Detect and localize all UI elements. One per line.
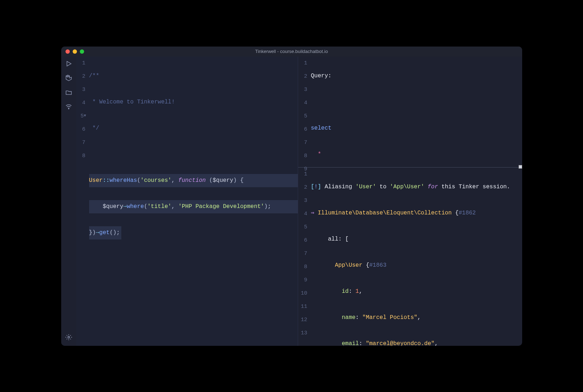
svg-marker-0	[67, 61, 71, 66]
output-code[interactable]: [!] Aliasing 'User' to 'App\User' for th…	[311, 168, 522, 346]
out-token	[311, 262, 335, 268]
out-token: #1863	[369, 262, 387, 268]
code-token: 'title'	[147, 203, 171, 210]
code-token: */	[89, 125, 99, 131]
out-token	[311, 288, 342, 295]
out-token	[311, 236, 328, 242]
out-token	[311, 340, 342, 346]
code-token: $query	[103, 203, 123, 210]
code-token: get	[99, 229, 110, 236]
code-token: $query	[213, 177, 233, 184]
out-token: App\User	[335, 262, 363, 268]
panes: 1 2 3 4 5▼ 6 7 8 /** * Welcome to Tinker…	[76, 57, 522, 346]
out-token	[363, 262, 366, 268]
gear-icon[interactable]	[65, 334, 72, 341]
out-token: Aliasing	[325, 184, 355, 190]
output-pane[interactable]: 12345678910111213 [!] Aliasing 'User' to…	[298, 168, 522, 346]
code-token: →	[123, 203, 127, 210]
svg-point-2	[68, 336, 69, 338]
code-token: where	[127, 203, 144, 210]
code-token: })	[89, 229, 96, 236]
out-token	[452, 210, 455, 216]
code-token: );	[264, 203, 271, 210]
out-token: ,	[359, 288, 363, 295]
out-token: Illuminate\Database\Eloquent\Collection	[318, 210, 452, 216]
out-token: #1862	[458, 210, 476, 216]
code-token: ) {	[233, 177, 244, 184]
out-token: 1	[355, 288, 359, 295]
out-token: {	[455, 210, 459, 216]
code-token: function	[178, 177, 206, 184]
folder-icon[interactable]	[65, 89, 72, 96]
code-token	[206, 177, 209, 184]
svg-point-1	[68, 108, 69, 109]
out-token: {	[366, 262, 369, 268]
out-token: this Tinker session.	[438, 184, 510, 190]
out-token	[424, 184, 428, 190]
code-token: whereHas	[110, 177, 137, 184]
editor-pane[interactable]: 1 2 3 4 5▼ 6 7 8 /** * Welcome to Tinker…	[76, 57, 298, 346]
code-token: * Welcome to Tinkerwell!	[89, 99, 175, 105]
laravel-icon[interactable]	[65, 74, 72, 82]
code-token: User	[89, 177, 103, 184]
sql-token	[311, 151, 318, 158]
out-token: name	[342, 314, 355, 321]
out-token: !	[314, 184, 318, 190]
out-token: :	[349, 288, 355, 295]
out-token: all	[328, 236, 339, 242]
code-token: 'PHP Package Development'	[178, 203, 264, 210]
sql-token: *	[318, 151, 321, 158]
out-token: ,	[434, 340, 438, 346]
sql-gutter: 123456789	[298, 57, 311, 167]
main-body: 1 2 3 4 5▼ 6 7 8 /** * Welcome to Tinker…	[61, 57, 522, 346]
out-token: "Marcel Pociots"	[363, 314, 418, 321]
editor-gutter: 1 2 3 4 5▼ 6 7 8	[76, 57, 89, 346]
out-token: :	[359, 340, 366, 346]
sidebar	[61, 57, 76, 346]
out-token	[311, 314, 342, 321]
output-gutter: 12345678910111213	[298, 168, 311, 346]
app-window: Tinkerwell - course.buildachatbot.io 1 2…	[61, 47, 522, 346]
out-token: "marcel@beyondco.de"	[366, 340, 434, 346]
out-token: email	[342, 340, 359, 346]
out-token: [	[311, 184, 315, 190]
code-token: ,	[171, 177, 178, 184]
code-token: 'courses'	[141, 177, 171, 184]
out-token: :	[355, 314, 362, 321]
code-token	[89, 203, 103, 210]
sql-pane[interactable]: 123456789 Query: select * from `users` w…	[298, 57, 522, 168]
code-token: /**	[89, 73, 99, 79]
out-token: ]	[318, 184, 325, 190]
wifi-icon[interactable]	[65, 103, 72, 110]
out-token: ,	[417, 314, 421, 321]
sql-token: select	[311, 125, 332, 131]
code-token: ();	[110, 229, 120, 236]
out-token: id	[342, 288, 349, 295]
window-title: Tinkerwell - course.buildachatbot.io	[61, 49, 522, 54]
code-token: (	[209, 177, 213, 184]
code-token: ::	[103, 177, 110, 184]
out-token: 'App\User'	[390, 184, 424, 190]
code-token: ,	[171, 203, 178, 210]
play-icon[interactable]	[65, 60, 72, 67]
sql-token: Query:	[311, 73, 332, 79]
right-pane: 123456789 Query: select * from `users` w…	[298, 57, 522, 346]
sql-code[interactable]: Query: select * from `users` where exist…	[311, 57, 522, 167]
out-token: for	[428, 184, 438, 190]
code-token: (	[137, 177, 141, 184]
out-token: : [	[338, 236, 349, 242]
editor-code[interactable]: /** * Welcome to Tinkerwell! */ User::wh…	[89, 57, 298, 346]
titlebar: Tinkerwell - course.buildachatbot.io	[61, 47, 522, 57]
out-token: ⇒	[311, 210, 318, 216]
out-token: 'User'	[355, 184, 376, 190]
fold-icon[interactable]: ▼	[84, 113, 86, 118]
code-token: (	[144, 203, 147, 210]
code-token: →	[96, 229, 99, 236]
out-token: to	[376, 184, 390, 190]
